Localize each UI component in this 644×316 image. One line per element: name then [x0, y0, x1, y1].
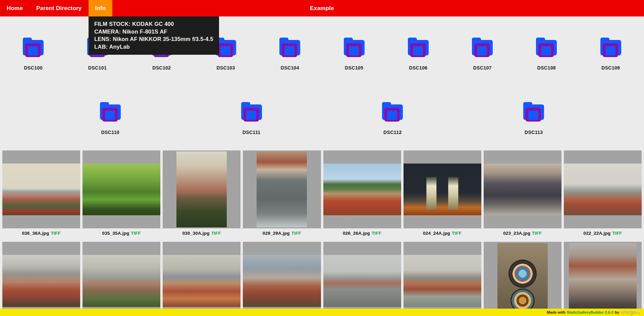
caption-format-link[interactable]: TIFF: [211, 231, 221, 236]
thumbnail-cell: [83, 242, 160, 316]
photo-castle-district-panorama: [2, 255, 80, 307]
photo-castle-across-river: [404, 255, 481, 307]
folder-label: DSC109: [601, 65, 620, 71]
info-tooltip: FILM STOCK: KODAK GC 400CAMERA: Nikon F-…: [89, 16, 219, 55]
folder-icon: [535, 37, 557, 58]
gallery-title: Example: [310, 0, 334, 16]
thumbnail-022_22A.jpg[interactable]: 022_22A.jpgTIFF: [564, 150, 642, 242]
folder-DSC112[interactable]: DSC112: [362, 101, 423, 135]
caption-filename: 035_35A.jpg: [102, 231, 129, 236]
photo-bare-tree-over-city: [176, 151, 227, 227]
caption-format-link[interactable]: TIFF: [291, 231, 301, 236]
thumbnail-caption: 022_22A.jpgTIFF: [564, 231, 642, 236]
folder-label: DSC100: [24, 65, 43, 71]
folder-DSC104[interactable]: DSC104: [259, 37, 321, 71]
caption-filename: 030_30A.jpg: [182, 231, 210, 236]
caption-format-link[interactable]: TIFF: [372, 231, 381, 236]
thumbnail-castle-across-river[interactable]: [404, 242, 481, 316]
thumbnail-river-statue-boat[interactable]: [323, 242, 401, 316]
thumbnail-cell: [484, 242, 561, 316]
folder-label: DSC108: [537, 65, 556, 71]
folder-DSC107[interactable]: DSC107: [451, 37, 513, 71]
folder-DSC105[interactable]: DSC105: [323, 37, 385, 71]
thumbnail-024_24A.jpg[interactable]: 024_24A.jpgTIFF: [404, 150, 481, 242]
thumbnail-caption: 029_29A.jpgTIFF: [243, 231, 321, 236]
nav-links: HomeParent DirectoryInfo: [0, 0, 112, 16]
thumbnail-caption: 024_24A.jpgTIFF: [404, 231, 481, 236]
thumbnail-rooftops-church-tower[interactable]: [243, 242, 321, 316]
folder-label: DSC106: [409, 65, 427, 71]
folder-DSC108[interactable]: DSC108: [516, 37, 577, 71]
builder-link[interactable]: StaticGalleryBuilder 2.6.2: [567, 310, 613, 314]
photo-prague-castle-panorama: [564, 164, 642, 216]
thumbnail-cell: [2, 242, 80, 316]
folder-DSC110[interactable]: DSC110: [79, 101, 141, 135]
caption-filename: 036_36A.jpg: [22, 231, 49, 236]
caption-format-link[interactable]: TIFF: [452, 231, 462, 236]
nav-link-parent-directory[interactable]: Parent Directory: [30, 0, 88, 16]
thumbnail-old-town-square-crowd[interactable]: [564, 242, 642, 316]
folder-DSC111[interactable]: DSC111: [221, 101, 282, 135]
folder-label: DSC107: [473, 65, 491, 71]
folder-DSC113[interactable]: DSC113: [503, 101, 565, 135]
photo-old-town-square-crowd: [569, 243, 637, 316]
thumbnail-riverfront-buildings[interactable]: [163, 242, 240, 316]
footer-period: .: [639, 310, 640, 314]
photo-river-bridges-aerial: [83, 255, 160, 307]
caption-format-link[interactable]: TIFF: [131, 231, 141, 236]
info-tooltip-line: LAB: AnyLab: [94, 43, 213, 51]
caption-format-link[interactable]: TIFF: [612, 231, 622, 236]
thumbnail-castle-district-panorama[interactable]: [2, 242, 80, 316]
thumbnail-030_30A.jpg[interactable]: 030_30A.jpgTIFF: [163, 150, 240, 242]
folder-DSC106[interactable]: DSC106: [387, 37, 449, 71]
thumbnail-cell: [323, 150, 401, 228]
folder-icon: [471, 37, 493, 58]
footer: Made with StaticGalleryBuilder 2.6.2 by …: [0, 309, 644, 316]
folder-DSC100[interactable]: DSC100: [2, 37, 64, 71]
thumbnail-023_23A.jpg[interactable]: 023_23A.jpgTIFF: [484, 150, 561, 242]
folder-label: DSC101: [88, 65, 107, 71]
folder-icon: [523, 101, 545, 123]
folder-DSC109[interactable]: DSC109: [580, 37, 642, 71]
caption-format-link[interactable]: TIFF: [51, 231, 60, 236]
folder-icon: [240, 101, 263, 123]
caption-filename: 022_22A.jpg: [583, 231, 610, 236]
photo-riverfront-buildings: [163, 255, 240, 307]
author-link[interactable]: </srgn>: [621, 310, 637, 315]
folder-icon: [99, 101, 121, 123]
thumbnail-caption: 030_30A.jpgTIFF: [163, 231, 240, 236]
folder-icon: [381, 101, 404, 123]
thumbnail-035_35A.jpg[interactable]: 035_35A.jpgTIFF: [83, 150, 160, 242]
info-tooltip-line: FILM STOCK: KODAK GC 400: [94, 20, 213, 28]
nav-link-info[interactable]: Info: [89, 0, 113, 16]
photo-river-statue-boat: [323, 255, 401, 307]
nav-link-home[interactable]: Home: [0, 0, 30, 16]
folder-icon: [407, 37, 429, 58]
thumbnail-caption: 035_35A.jpgTIFF: [83, 231, 160, 236]
caption-format-link[interactable]: TIFF: [532, 231, 542, 236]
thumbnail-026_26A.jpg[interactable]: 026_26A.jpgTIFF: [323, 150, 401, 242]
thumbnail-cell: [163, 150, 240, 228]
photo-astronomical-clock: [497, 243, 548, 316]
thumbnail-astronomical-clock[interactable]: [484, 242, 561, 316]
folder-label: DSC105: [345, 65, 363, 71]
thumbnail-cell: [243, 150, 321, 228]
footer-made-with: Made with: [547, 310, 566, 314]
thumbnail-cell: [404, 150, 481, 228]
caption-filename: 023_23A.jpg: [503, 231, 530, 236]
thumbnail-caption: 026_26A.jpgTIFF: [323, 231, 401, 236]
thumbnail-029_29A.jpg[interactable]: 029_29A.jpgTIFF: [243, 150, 321, 242]
thumbnail-cell: [404, 242, 481, 316]
photo-red-rooftops-green-hill: [323, 164, 401, 216]
caption-filename: 024_24A.jpg: [423, 231, 450, 236]
thumbnail-cell: [243, 242, 321, 316]
folder-label: DSC102: [152, 65, 171, 71]
thumbnail-cell: [2, 150, 80, 228]
folder-label: DSC112: [383, 130, 402, 135]
info-tooltip-line: CAMERA: Nikon F-801S AF: [94, 28, 213, 36]
thumbnail-river-bridges-aerial[interactable]: [83, 242, 160, 316]
folder-icon: [600, 37, 622, 58]
folder-label: DSC113: [525, 130, 543, 135]
photo-crowd-charles-bridge: [484, 164, 561, 216]
thumbnail-036_36A.jpg[interactable]: 036_36A.jpgTIFF: [2, 150, 80, 242]
